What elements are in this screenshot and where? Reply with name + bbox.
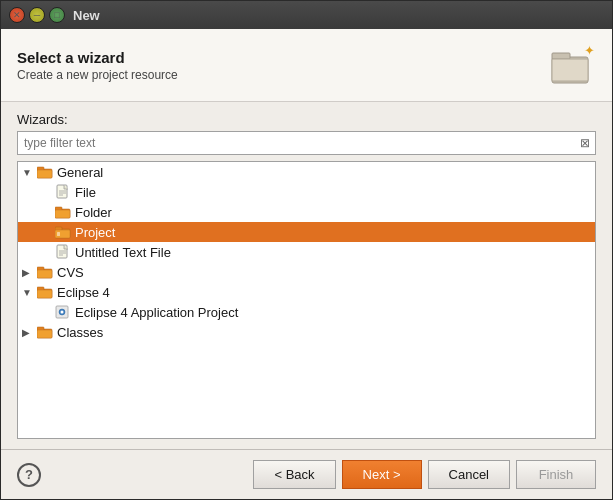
item-icon-cvs <box>36 264 54 280</box>
svg-point-30 <box>61 311 64 314</box>
item-label-project: Project <box>75 225 115 240</box>
window-title: New <box>73 8 100 23</box>
item-icon-classes <box>36 324 54 340</box>
item-label-folder: Folder <box>75 205 112 220</box>
item-label-eclipse4: Eclipse 4 <box>57 285 110 300</box>
item-label-general: General <box>57 165 103 180</box>
item-icon-file <box>54 184 72 200</box>
svg-rect-17 <box>57 232 60 236</box>
tree-item-file[interactable]: File <box>18 182 595 202</box>
svg-text:✦: ✦ <box>584 43 595 58</box>
cancel-button[interactable]: Cancel <box>428 460 510 489</box>
help-button[interactable]: ? <box>17 463 41 487</box>
next-button[interactable]: Next > <box>342 460 422 489</box>
close-button[interactable]: ✕ <box>9 7 25 23</box>
finish-button[interactable]: Finish <box>516 460 596 489</box>
item-label-classes: Classes <box>57 325 103 340</box>
wizards-label: Wizards: <box>17 112 596 127</box>
maximize-button[interactable]: □ <box>49 7 65 23</box>
item-icon-untitled <box>54 244 72 260</box>
item-icon-eclipse4 <box>36 284 54 300</box>
tree-item-eclipse4app[interactable]: Eclipse 4 Application Project <box>18 302 595 322</box>
main-window: ✕ ─ □ New Select a wizard Create a new p… <box>0 0 613 500</box>
content-area: Wizards: ⊠ ▼ General File Folder <box>1 102 612 449</box>
svg-rect-24 <box>37 270 52 278</box>
tree-item-untitled[interactable]: Untitled Text File <box>18 242 595 262</box>
item-label-cvs: CVS <box>57 265 84 280</box>
item-label-untitled: Untitled Text File <box>75 245 171 260</box>
expand-arrow-cvs[interactable]: ▶ <box>22 267 36 278</box>
svg-rect-2 <box>552 59 588 81</box>
expand-arrow-eclipse4[interactable]: ▼ <box>22 287 36 298</box>
title-bar: ✕ ─ □ New <box>1 1 612 29</box>
item-icon-eclipse4app <box>54 304 72 320</box>
window-controls: ✕ ─ □ <box>9 7 65 23</box>
header-icon: ✦ <box>548 41 596 89</box>
header-title: Select a wizard <box>17 49 178 66</box>
minimize-button[interactable]: ─ <box>29 7 45 23</box>
filter-container: ⊠ <box>17 131 596 155</box>
item-icon-project <box>54 224 72 240</box>
expand-arrow-classes[interactable]: ▶ <box>22 327 36 338</box>
header-subtitle: Create a new project resource <box>17 68 178 82</box>
back-button[interactable]: < Back <box>253 460 335 489</box>
filter-clear-button[interactable]: ⊠ <box>575 133 595 153</box>
svg-rect-1 <box>552 53 570 59</box>
tree-item-general[interactable]: ▼ General <box>18 162 595 182</box>
tree-item-cvs[interactable]: ▶ CVS <box>18 262 595 282</box>
tree-item-folder[interactable]: Folder <box>18 202 595 222</box>
nav-buttons: < Back Next > Cancel Finish <box>253 460 596 489</box>
tree-item-classes[interactable]: ▶ Classes <box>18 322 595 342</box>
header-text: Select a wizard Create a new project res… <box>17 49 178 82</box>
item-label-file: File <box>75 185 96 200</box>
svg-rect-6 <box>37 170 52 178</box>
tree-item-eclipse4[interactable]: ▼ Eclipse 4 <box>18 282 595 302</box>
svg-rect-13 <box>55 210 70 218</box>
item-icon-folder <box>54 204 72 220</box>
filter-input[interactable] <box>18 132 575 154</box>
button-area: ? < Back Next > Cancel Finish <box>1 449 612 499</box>
tree-container[interactable]: ▼ General File Folder Project <box>17 161 596 439</box>
expand-arrow-general[interactable]: ▼ <box>22 167 36 178</box>
svg-rect-33 <box>37 330 52 338</box>
tree-item-project[interactable]: Project <box>18 222 595 242</box>
svg-rect-27 <box>37 290 52 298</box>
item-icon-general <box>36 164 54 180</box>
item-label-eclipse4app: Eclipse 4 Application Project <box>75 305 238 320</box>
header-area: Select a wizard Create a new project res… <box>1 29 612 102</box>
wizard-icon-svg: ✦ <box>548 41 596 89</box>
